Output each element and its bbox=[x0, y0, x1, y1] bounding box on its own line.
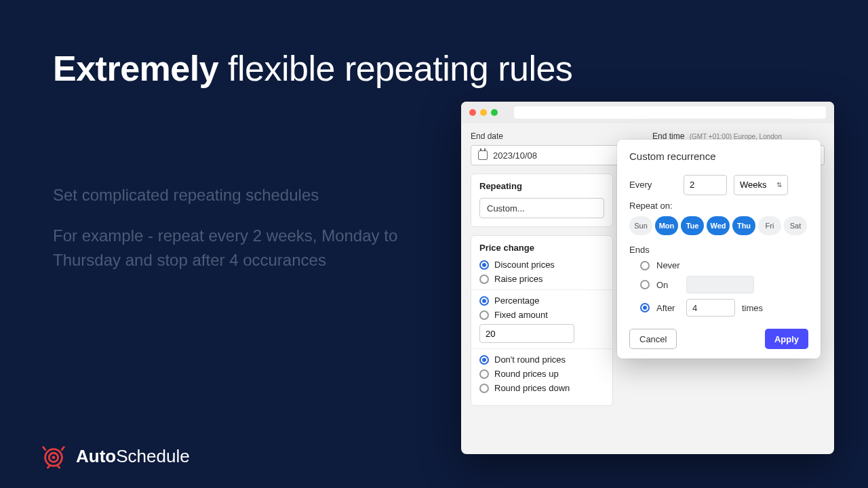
radio-icon bbox=[479, 274, 489, 284]
ends-after-suffix: times bbox=[742, 303, 763, 313]
cancel-button[interactable]: Cancel bbox=[629, 329, 677, 349]
address-bar[interactable] bbox=[514, 106, 826, 119]
price-change-label: Price change bbox=[479, 243, 604, 253]
radio-raise-prices[interactable]: Raise prices bbox=[479, 274, 604, 284]
weekday-picker: SunMonTueWedThuFriSat bbox=[629, 216, 808, 235]
day-toggle-sat[interactable]: Sat bbox=[784, 216, 807, 235]
target-clock-icon bbox=[41, 443, 66, 469]
window-zoom-icon[interactable] bbox=[491, 109, 498, 116]
radio-icon bbox=[479, 355, 489, 365]
every-unit-select[interactable]: Weeks ⇅ bbox=[734, 175, 788, 195]
radio-fixed-amount[interactable]: Fixed amount bbox=[479, 310, 604, 320]
radio-round-up[interactable]: Round prices up bbox=[479, 369, 604, 379]
apply-button[interactable]: Apply bbox=[765, 329, 808, 349]
radio-icon bbox=[479, 260, 489, 270]
chevron-updown-icon: ⇅ bbox=[776, 181, 782, 188]
day-toggle-fri[interactable]: Fri bbox=[758, 216, 781, 235]
custom-recurrence-popover: Custom recurrence Every 2 Weeks ⇅ Repeat… bbox=[617, 140, 821, 359]
window-minimize-icon[interactable] bbox=[480, 109, 487, 116]
hero-headline: Extremely flexible repeating rules bbox=[53, 49, 572, 89]
ends-never-option[interactable]: Never bbox=[640, 260, 808, 270]
window-close-icon[interactable] bbox=[469, 109, 476, 116]
calendar-icon bbox=[478, 150, 488, 160]
radio-percentage[interactable]: Percentage bbox=[479, 296, 604, 306]
hero-subcopy: Set complicated repeating schedules For … bbox=[53, 183, 406, 289]
subcopy-line-1: Set complicated repeating schedules bbox=[53, 183, 406, 207]
radio-icon bbox=[479, 296, 489, 306]
ends-after-option[interactable]: After 4 times bbox=[640, 299, 808, 317]
repeating-label: Repeating bbox=[479, 181, 604, 191]
brand-name: AutoSchedule bbox=[76, 446, 190, 467]
svg-point-2 bbox=[52, 456, 56, 460]
ends-label: Ends bbox=[629, 245, 808, 255]
headline-rest: flexible repeating rules bbox=[228, 49, 572, 88]
every-label: Every bbox=[629, 180, 677, 190]
radio-round-down[interactable]: Round prices down bbox=[479, 383, 604, 393]
end-date-value: 2023/10/08 bbox=[493, 150, 537, 161]
radio-discount-prices[interactable]: Discount prices bbox=[479, 260, 604, 270]
divider bbox=[471, 348, 612, 349]
day-toggle-tue[interactable]: Tue bbox=[681, 216, 704, 235]
repeating-select[interactable]: Custom... bbox=[479, 198, 604, 218]
radio-icon bbox=[479, 384, 489, 393]
day-toggle-mon[interactable]: Mon bbox=[655, 216, 678, 235]
every-count-input[interactable]: 2 bbox=[684, 175, 727, 195]
amount-input[interactable]: 20 bbox=[479, 324, 574, 343]
radio-dont-round[interactable]: Don't round prices bbox=[479, 354, 604, 365]
repeat-on-label: Repeat on: bbox=[629, 201, 808, 211]
ends-on-option[interactable]: On bbox=[640, 276, 808, 293]
day-toggle-wed[interactable]: Wed bbox=[707, 216, 730, 235]
ends-after-count-input[interactable]: 4 bbox=[686, 299, 735, 317]
radio-icon bbox=[640, 280, 650, 289]
brand-lockup: AutoSchedule bbox=[41, 443, 190, 469]
radio-icon bbox=[479, 310, 489, 320]
window-titlebar bbox=[461, 102, 834, 123]
divider bbox=[471, 289, 612, 290]
day-toggle-sun[interactable]: Sun bbox=[629, 216, 652, 235]
subcopy-line-2: For example - repeat every 2 weeks, Mond… bbox=[53, 224, 406, 272]
popover-title: Custom recurrence bbox=[629, 150, 808, 162]
headline-strong: Extremely bbox=[53, 49, 218, 88]
end-date-label: End date bbox=[471, 131, 643, 141]
radio-icon bbox=[640, 303, 650, 312]
radio-icon bbox=[640, 261, 650, 270]
radio-icon bbox=[479, 369, 489, 379]
day-toggle-thu[interactable]: Thu bbox=[732, 216, 755, 235]
ends-on-date-input[interactable] bbox=[686, 276, 754, 293]
app-window: End date 2023/10/08 End time (GMT +01:00… bbox=[461, 102, 834, 454]
